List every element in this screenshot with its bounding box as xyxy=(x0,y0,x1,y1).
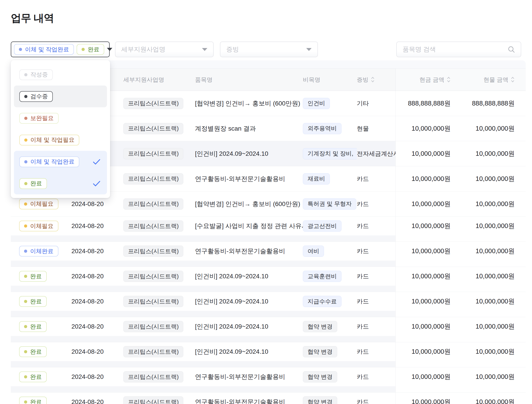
cell-cash-amount: 888,888,888원 xyxy=(396,99,451,108)
sort-icon xyxy=(371,76,375,83)
cell-inkind-amount: 10,000,000원 xyxy=(451,398,526,404)
table-row-amounts: 10,000,000원 10,000,000원 xyxy=(396,217,526,241)
table-row-amounts: 10,000,000원 10,000,000원 xyxy=(396,392,526,404)
status-dot-icon xyxy=(24,250,27,253)
cell-inkind-amount: 10,000,000원 xyxy=(451,297,526,306)
evidence-select-placeholder: 증빙 xyxy=(226,45,239,54)
cell-item: 연구활동비-외부전문기술활용비 xyxy=(195,398,303,404)
category-chip: 특허권 및 무형자 xyxy=(303,198,356,210)
table-row-amounts: 10,000,000원 10,000,000원 xyxy=(396,267,526,292)
status-dot-icon xyxy=(82,48,85,51)
sort-icon xyxy=(447,76,451,83)
evidence-select[interactable]: 증빙 xyxy=(220,42,318,57)
status-dot-icon xyxy=(24,139,27,142)
cell-item: [인건비] 2024.09~2024.10 xyxy=(195,347,303,356)
cell-category: 인건비 xyxy=(303,98,357,109)
header-cash-sort[interactable]: 현금 금액 xyxy=(419,76,451,84)
status-option-review[interactable]: 검수중 xyxy=(14,86,107,107)
cell-item: [협약변경] 인건비→ 홍보비 (600만원) xyxy=(195,99,303,108)
table-row-amounts: 888,888,888원 888,888,888원 xyxy=(396,91,526,116)
status-dot-icon xyxy=(24,400,27,404)
cell-inkind-amount: 10,000,000원 xyxy=(451,247,526,256)
table-row-left: 완료 2024-08-20 프리팁스(시드트랙) 연구활동비-외부전문기술활용비… xyxy=(11,392,396,404)
cell-status: 완료 xyxy=(11,321,71,332)
status-dot-icon xyxy=(24,182,27,185)
program-chip: 프리팁스(시드트랙) xyxy=(123,346,183,357)
cell-cash-amount: 10,000,000원 xyxy=(396,322,451,331)
cell-evidence: 카드 xyxy=(357,348,396,356)
header-inkind-sort[interactable]: 현물 금액 xyxy=(483,76,526,84)
table-row[interactable]: 이체필요 2024-08-20 프리팁스(시드트랙) [수요발굴] 사업비 지출… xyxy=(11,217,526,242)
header-evidence-sort[interactable]: 증빙 xyxy=(357,76,375,84)
cell-status: 완료 xyxy=(11,271,71,282)
category-chip: 기계장치 및 장비, xyxy=(303,148,357,159)
table-row[interactable]: 이체완료 2024-08-20 프리팁스(시드트랙) 연구활동비-외부전문기술활… xyxy=(11,242,526,267)
table-row[interactable]: 완료 2024-08-20 프리팁스(시드트랙) [인건비] 2024.09~2… xyxy=(11,342,526,367)
status-option-transfer-needed[interactable]: 이체 및 작업필요 xyxy=(14,129,107,151)
cell-inkind-amount: 10,000,000원 xyxy=(451,174,526,183)
cell-evidence: 카드 xyxy=(357,247,396,255)
category-chip: 외주용역비 xyxy=(303,123,342,134)
table-row[interactable]: 완료 2024-08-20 프리팁스(시드트랙) 연구활동비-외부전문기술활용비… xyxy=(11,392,526,404)
page: 업무 내역 이체 및 작업완료완료 세부지원사업명 증빙 xyxy=(0,0,532,404)
table-row-left: 이체필요 2024-08-20 프리팁스(시드트랙) [수요발굴] 사업비 지출… xyxy=(11,217,396,241)
chevron-down-icon xyxy=(202,48,207,51)
cell-inkind-amount: 10,000,000원 xyxy=(451,124,526,133)
table-row[interactable]: 완료 2024-08-20 프리팁스(시드트랙) [인건비] 2024.09~2… xyxy=(11,267,526,292)
item-search[interactable] xyxy=(396,42,521,57)
status-option-transfer-done[interactable]: 이체 및 작업완료 xyxy=(14,151,107,173)
cell-evidence: 카드 xyxy=(357,222,396,230)
table-row[interactable]: 완료 2024-08-20 프리팁스(시드트랙) 연구활동비-외부전문기술활용비… xyxy=(11,367,526,392)
cell-item: 연구활동비-외부전문기술활용비 xyxy=(195,247,303,255)
cell-evidence: 카드 xyxy=(357,297,396,305)
chevron-down-icon xyxy=(306,48,311,51)
program-chip: 프리팁스(시드트랙) xyxy=(123,221,183,232)
status-badge: 이체완료 xyxy=(19,246,58,257)
cell-inkind-amount: 10,000,000원 xyxy=(451,221,526,231)
program-select[interactable]: 세부지원사업명 xyxy=(115,42,214,57)
status-badge: 완료 xyxy=(19,397,47,404)
program-chip: 프리팁스(시드트랙) xyxy=(123,98,183,109)
cell-status: 완료 xyxy=(11,296,71,307)
status-badge-label: 보완필요 xyxy=(30,114,54,122)
table-row-amounts: 10,000,000원 10,000,000원 xyxy=(396,317,526,342)
cell-cash-amount: 10,000,000원 xyxy=(396,398,451,404)
table-row[interactable]: 완료 2024-08-20 프리팁스(시드트랙) [인건비] 2024.09~2… xyxy=(11,292,526,317)
program-select-placeholder: 세부지원사업명 xyxy=(121,45,165,54)
status-option-needs-fix[interactable]: 보완필요 xyxy=(14,107,107,129)
cell-item: [인건비] 2024.09~2024.10 xyxy=(195,322,303,331)
table-row[interactable]: 완료 2024-08-20 프리팁스(시드트랙) [인건비] 2024.09~2… xyxy=(11,317,526,342)
status-badge-label: 완료 xyxy=(30,298,42,305)
status-option-done[interactable]: 완료 xyxy=(14,173,107,194)
item-search-input[interactable] xyxy=(402,45,505,53)
status-filter-button[interactable]: 이체 및 작업완료완료 xyxy=(11,42,110,57)
search-icon xyxy=(507,45,515,53)
status-badge: 완료 xyxy=(19,178,47,189)
cell-program: 프리팁스(시드트랙) xyxy=(123,371,195,382)
cell-program: 프리팁스(시드트랙) xyxy=(123,396,195,404)
status-badge-label: 완료 xyxy=(30,180,42,187)
category-chip: 협약 변경 xyxy=(303,371,337,382)
cell-program: 프리팁스(시드트랙) xyxy=(123,148,195,159)
cell-evidence: 카드 xyxy=(357,398,396,404)
status-dot-icon xyxy=(24,275,27,278)
status-badge: 완료 xyxy=(19,296,47,307)
cell-cash-amount: 10,000,000원 xyxy=(396,149,451,158)
cell-cash-amount: 10,000,000원 xyxy=(396,221,451,231)
header-evidence-label: 증빙 xyxy=(357,76,369,84)
status-option-draft[interactable]: 작성중 xyxy=(14,64,107,86)
sort-icon xyxy=(511,76,515,83)
chevron-down-icon xyxy=(107,48,112,51)
status-badge: 작성중 xyxy=(19,69,53,80)
cell-program: 프리팁스(시드트랙) xyxy=(123,198,195,210)
cell-inkind-amount: 10,000,000원 xyxy=(451,347,526,356)
cell-date: 2024-08-20 xyxy=(71,373,123,380)
status-badge: 완료 xyxy=(19,346,47,357)
cell-inkind-amount: 10,000,000원 xyxy=(451,272,526,281)
page-title: 업무 내역 xyxy=(11,11,54,25)
program-chip: 프리팁스(시드트랙) xyxy=(123,173,183,184)
category-chip: 협약 변경 xyxy=(303,321,337,332)
status-dot-icon xyxy=(24,73,27,76)
cell-cash-amount: 10,000,000원 xyxy=(396,372,451,381)
header-item: 품목명 xyxy=(195,76,303,84)
